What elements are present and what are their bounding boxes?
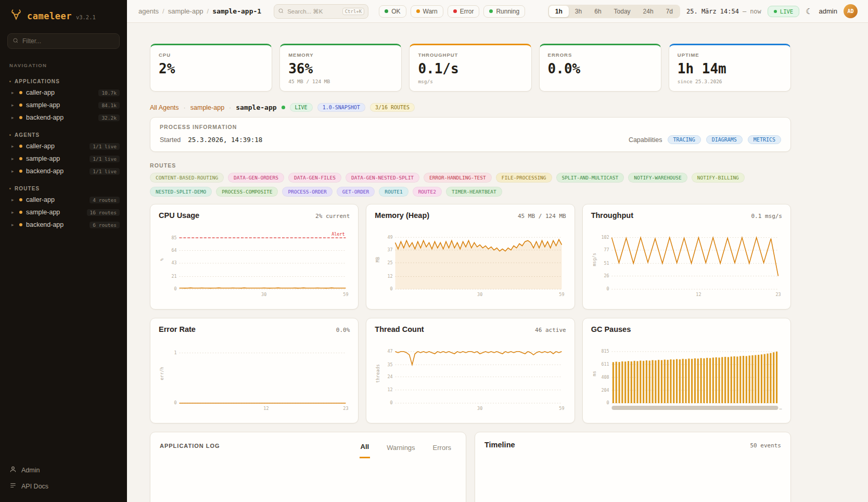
- tab-warnings[interactable]: Warnings: [386, 441, 416, 458]
- svg-text:35: 35: [388, 362, 393, 367]
- route-badge-split-and-multicast[interactable]: SPLIT-AND-MULTICAST: [556, 173, 624, 183]
- sidebar-item-api-docs[interactable]: API Docs: [9, 482, 118, 491]
- time-range-3h[interactable]: 3h: [569, 6, 588, 17]
- time-range-6h[interactable]: 6h: [588, 6, 607, 17]
- stat-card-errors: ERRORS 0.0%: [539, 44, 661, 92]
- stat-value: 0.1/s: [418, 61, 522, 76]
- svg-text:59: 59: [559, 292, 565, 297]
- route-badge-process-composite[interactable]: PROCESS-COMPOSITE: [216, 187, 278, 197]
- svg-text:26: 26: [604, 273, 609, 278]
- sample-app-link[interactable]: sample-app: [190, 104, 224, 111]
- log-tabs: All Warnings Errors: [360, 441, 456, 458]
- sidebar-item-routes-backend-app[interactable]: ▸ backend-app 6 routes: [0, 218, 127, 231]
- time-range-24h[interactable]: 24h: [637, 6, 660, 17]
- tab-errors[interactable]: Errors: [432, 441, 452, 458]
- sidebar-item-agent-backend-app[interactable]: ▸ backend-app 1/1 live: [0, 165, 127, 177]
- search-input[interactable]: [287, 8, 339, 15]
- range-now: now: [750, 8, 761, 15]
- live-indicator[interactable]: LIVE: [768, 6, 799, 17]
- stat-card-throughput: THROUGHPUT 0.1/s msg/s: [409, 44, 531, 92]
- sidebar-item-agent-caller-app[interactable]: ▸ caller-app 1/1 live: [0, 140, 127, 152]
- person-icon: [9, 466, 17, 474]
- sidebar-item-routes-caller-app[interactable]: ▸ caller-app 4 routes: [0, 194, 127, 206]
- time-range-1h[interactable]: 1h: [549, 6, 569, 17]
- chart-title: Throughput: [591, 211, 633, 220]
- sidebar-item-application-backend-app[interactable]: ▸ backend-app 32.2k: [0, 111, 127, 124]
- chart-current-value: 45 MB / 124 MB: [518, 213, 566, 220]
- group-dot-icon: [9, 188, 11, 189]
- app-logo[interactable]: cameleer v3.2.1: [0, 0, 127, 30]
- range-separator: —: [743, 8, 746, 15]
- date-range[interactable]: 25. März 14:54 — now: [686, 8, 761, 15]
- svg-text:204: 204: [601, 388, 609, 393]
- route-badge-error-handling-test[interactable]: ERROR-HANDLING-TEST: [424, 173, 492, 183]
- svg-text:0: 0: [390, 400, 393, 405]
- route-badge-route2[interactable]: ROUTE2: [413, 187, 442, 197]
- route-badge-timer-heartbeat[interactable]: TIMER-HEARTBEAT: [446, 187, 502, 197]
- sidebar-filter[interactable]: [7, 33, 120, 49]
- svg-text:ms: ms: [592, 371, 597, 376]
- route-badge-data-gen-orders[interactable]: DATA-GEN-ORDERS: [228, 173, 284, 183]
- dark-mode-toggle[interactable]: ☾: [806, 7, 812, 16]
- routes-badges: CONTENT-BASED-ROUTING DATA-GEN-ORDERS DA…: [150, 173, 791, 197]
- time-range-7d[interactable]: 7d: [660, 6, 679, 17]
- filter-ok[interactable]: OK: [379, 5, 406, 18]
- svg-text:102: 102: [601, 235, 609, 240]
- route-badge-data-gen-files[interactable]: DATA-GEN-FILES: [288, 173, 341, 183]
- sidebar-item-application-sample-app[interactable]: ▸ sample-app 84.1k: [0, 99, 127, 111]
- sidebar: cameleer v3.2.1 NAVIGATION APPLICATIONS …: [0, 0, 127, 502]
- global-search[interactable]: Ctrl+K: [274, 4, 368, 19]
- route-badge-get-order[interactable]: GET-ORDER: [337, 187, 375, 197]
- svg-text:0: 0: [390, 286, 393, 291]
- nav-group-header-routes[interactable]: ROUTES: [0, 184, 127, 194]
- status-dot-icon: [19, 145, 22, 148]
- timeline-card: Timeline 50 events: [475, 432, 791, 502]
- status-dot-icon: [19, 170, 22, 173]
- tab-all[interactable]: All: [360, 441, 371, 458]
- stat-value: 1h 14m: [678, 61, 782, 76]
- route-badge-route1[interactable]: ROUTE1: [379, 187, 408, 197]
- svg-text:815: 815: [601, 349, 609, 354]
- svg-text:…: …: [779, 405, 782, 410]
- sidebar-item-application-caller-app[interactable]: ▸ caller-app 10.7k: [0, 86, 127, 99]
- stat-sub: 45 MB / 124 MB: [288, 79, 393, 85]
- svg-text:MB: MB: [375, 257, 380, 262]
- svg-text:47: 47: [388, 349, 393, 354]
- filter-running[interactable]: Running: [483, 5, 525, 18]
- nav-group-header-agents[interactable]: AGENTS: [0, 130, 127, 140]
- svg-text:msg/s: msg/s: [592, 253, 597, 266]
- chart-title: Error Rate: [159, 325, 196, 333]
- route-badge-nested-split-demo[interactable]: NESTED-SPLIT-DEMO: [150, 187, 212, 197]
- sidebar-item-admin[interactable]: Admin: [9, 466, 118, 474]
- application-log-card: APPLICATION LOG All Warnings Errors: [150, 432, 466, 502]
- breadcrumb-agents[interactable]: agents: [138, 7, 159, 15]
- group-dot-icon: [9, 81, 11, 82]
- filter-input[interactable]: [22, 37, 114, 45]
- route-badge-data-gen-nested-split[interactable]: DATA-GEN-NESTED-SPLIT: [346, 173, 419, 183]
- nav-group-header-applications[interactable]: APPLICATIONS: [0, 76, 127, 86]
- route-badge-content-based-routing[interactable]: CONTENT-BASED-ROUTING: [150, 173, 224, 183]
- gc-pauses-chart: 8156114082040ms…: [591, 337, 782, 419]
- sidebar-item-agent-sample-app[interactable]: ▸ sample-app 1/1 live: [0, 152, 127, 165]
- route-badge-process-order[interactable]: PROCESS-ORDER: [282, 187, 332, 197]
- svg-text:0: 0: [174, 286, 176, 291]
- stat-sub: msg/s: [418, 79, 522, 85]
- filter-error[interactable]: Error: [448, 5, 480, 18]
- status-dot-icon: [19, 104, 22, 107]
- filter-label: Running: [496, 8, 519, 15]
- avatar[interactable]: AD: [844, 4, 858, 18]
- app-name: cameleer: [27, 11, 72, 21]
- route-badge-notify-warehouse[interactable]: NOTIFY-WAREHOUSE: [628, 173, 687, 183]
- breadcrumb-sample-app[interactable]: sample-app: [168, 7, 203, 15]
- filter-warn[interactable]: Warn: [411, 5, 443, 18]
- sidebar-item-count: 1/1 live: [90, 143, 120, 150]
- routes-section: ROUTES CONTENT-BASED-ROUTING DATA-GEN-OR…: [150, 162, 791, 197]
- filter-label: OK: [391, 8, 400, 15]
- time-range-today[interactable]: Today: [608, 6, 637, 17]
- sidebar-item-routes-sample-app[interactable]: ▸ sample-app 16 routes: [0, 206, 127, 218]
- status-filters: OK Warn Error Running: [379, 5, 525, 18]
- all-agents-link[interactable]: All Agents: [150, 104, 179, 111]
- route-badge-notify-billing[interactable]: NOTIFY-BILLING: [692, 173, 745, 183]
- route-badge-file-processing[interactable]: FILE-PROCESSING: [496, 173, 552, 183]
- svg-text:1: 1: [174, 350, 176, 355]
